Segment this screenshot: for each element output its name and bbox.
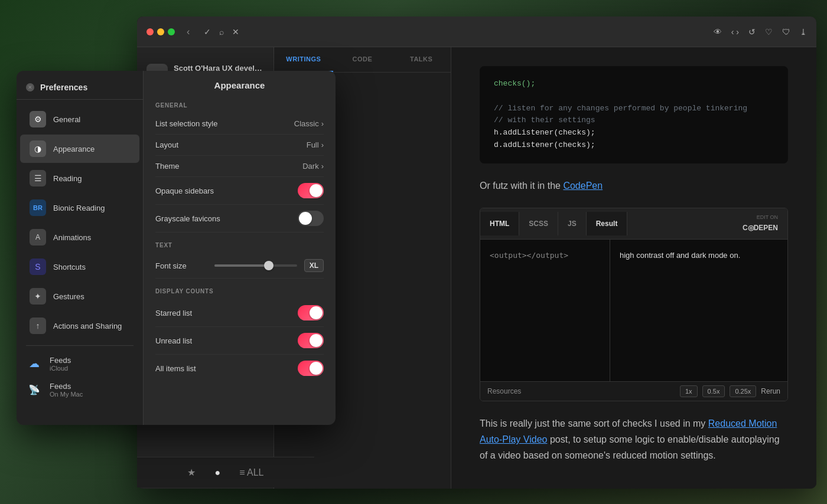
tab-code[interactable]: CODE — [333, 47, 392, 72]
section-text: TEXT — [155, 242, 324, 248]
shield-icon[interactable]: 🛡 — [782, 27, 790, 37]
code-line-2 — [494, 90, 774, 103]
pref-nav-appearance[interactable]: ◑ Appearance — [20, 135, 139, 163]
row-layout: Layout Full › — [155, 135, 324, 156]
theme-value[interactable]: Dark › — [302, 162, 324, 171]
row-starred-list: Starred list — [155, 299, 324, 327]
general-icon: ⚙ — [30, 111, 46, 127]
article-area[interactable]: checks(); // listen for any changes perf… — [451, 47, 816, 489]
gestures-icon: ✦ — [30, 288, 46, 305]
pref-feed-icloud[interactable]: ☁ Feeds iCloud — [17, 351, 143, 377]
codepen-result-tab[interactable]: Result — [587, 212, 628, 235]
preferences-close-button[interactable]: ✕ — [26, 83, 34, 91]
checkmark-icon[interactable]: ✓ — [204, 27, 211, 37]
tab-talks[interactable]: TALKS — [392, 47, 451, 72]
slider-thumb[interactable] — [264, 261, 274, 270]
codepen-body: <output></output> high contrast off and … — [480, 240, 787, 381]
unread-list-toggle[interactable] — [298, 333, 324, 348]
pref-nav-reading[interactable]: ☰ Reading — [20, 164, 139, 192]
close-button[interactable] — [146, 28, 154, 35]
refresh-icon[interactable]: ↺ — [748, 27, 756, 37]
slider-fill — [214, 264, 268, 267]
all-label[interactable]: ≡ ALL — [239, 467, 263, 478]
codepen-tab-js[interactable]: JS — [558, 212, 587, 235]
preferences-title: Preferences — [40, 83, 87, 92]
starred-list-toggle[interactable] — [298, 305, 324, 320]
layout-value[interactable]: Full › — [307, 140, 324, 149]
traffic-lights — [146, 28, 175, 35]
scale-05x[interactable]: 0.5x — [702, 385, 725, 397]
article-text-2: This is really just the same sort of che… — [480, 415, 788, 464]
pref-feed-mac[interactable]: 📡 Feeds On My Mac — [17, 377, 143, 402]
star-icon[interactable]: ★ — [187, 467, 196, 478]
resources-label[interactable]: Resources — [487, 385, 521, 397]
grayscale-toggle[interactable] — [298, 211, 324, 226]
browser-actions: ✓ ⌕ ✕ — [204, 27, 239, 37]
code-line-5: h.addListener(checks); — [494, 127, 774, 139]
feed-icloud-sub: iCloud — [50, 365, 71, 372]
list-selection-label: List selection style — [155, 119, 294, 128]
rerun-button[interactable]: Rerun — [761, 385, 780, 397]
scale-025x[interactable]: 0.25x — [730, 385, 756, 397]
codepen-tab-scss[interactable]: SCSS — [519, 212, 558, 235]
all-items-toggle[interactable] — [298, 361, 324, 376]
eye-icon[interactable]: 👁 — [714, 27, 722, 37]
pocket-icon[interactable]: ♡ — [765, 27, 773, 37]
codepen-editor: <output></output> — [480, 240, 610, 381]
code-block: checks(); // listen for any changes perf… — [480, 66, 788, 163]
minimize-button[interactable] — [157, 28, 164, 35]
starred-list-label: Starred list — [155, 309, 298, 318]
toggle-thumb — [310, 184, 323, 197]
pref-nav-bionic[interactable]: BR Bionic Reading — [20, 194, 139, 222]
tab-writings[interactable]: WRITINGS — [274, 47, 333, 72]
font-size-slider[interactable] — [214, 264, 297, 267]
section-display-counts: DISPLAY COUNTS — [155, 288, 324, 294]
list-selection-value[interactable]: Classic › — [294, 119, 324, 128]
dot-icon[interactable]: ● — [214, 467, 220, 478]
font-size-slider-container: XL — [214, 259, 324, 272]
tab-nav: WRITINGS CODE TALKS — [274, 47, 451, 73]
feed-icloud-name: Feeds — [50, 356, 71, 365]
back-icon[interactable]: ‹ — [187, 27, 190, 37]
pref-nav-shortcuts[interactable]: S Shortcuts — [20, 253, 139, 281]
search-icon[interactable]: ⌕ — [219, 27, 224, 37]
code-line-4: // with their settings — [494, 114, 774, 127]
pref-nav-reading-label: Reading — [53, 174, 82, 183]
pref-nav-gestures[interactable]: ✦ Gestures — [20, 282, 139, 310]
pref-nav-general-label: General — [53, 115, 80, 124]
opaque-sidebars-label: Opaque sidebars — [155, 186, 298, 195]
animations-icon: A — [30, 229, 46, 246]
codepen-link[interactable]: CodePen — [563, 181, 603, 191]
feed-mac-sub: On My Mac — [50, 391, 83, 398]
opaque-sidebars-toggle[interactable] — [298, 183, 324, 198]
pref-nav-animations[interactable]: A Animations — [20, 223, 139, 251]
pref-nav-actions[interactable]: ↑ Actions and Sharing — [20, 312, 139, 340]
preferences-panel: ✕ Preferences ⚙ General ◑ Appearance ☰ R… — [17, 71, 336, 425]
actions-icon: ↑ — [30, 318, 46, 334]
row-all-items: All items list — [155, 355, 324, 382]
close-icon[interactable]: ✕ — [232, 27, 239, 37]
section-general: GENERAL — [155, 102, 324, 109]
fullscreen-button[interactable] — [168, 28, 175, 35]
pref-nav-general[interactable]: ⚙ General — [20, 105, 139, 133]
grayscale-label: Grayscale favicons — [155, 214, 298, 223]
all-items-label: All items list — [155, 364, 298, 373]
bottom-bar: ★ ● ≡ ALL — [137, 457, 314, 487]
download-icon[interactable]: ⤓ — [800, 27, 807, 37]
icloud-icon: ☁ — [26, 355, 43, 372]
codepen-logo: EDIT ON C◎DEPEN — [733, 208, 787, 239]
arrow-right-icon[interactable]: › — [736, 27, 739, 37]
code-line-1: checks(); — [494, 78, 774, 90]
chevron-down-icon: › — [321, 140, 324, 149]
back-to-top[interactable]: ↑ Back to top — [480, 478, 788, 489]
article-text-1: Or futz with it in the CodePen — [480, 178, 788, 194]
pref-nav-actions-label: Actions and Sharing — [53, 322, 122, 330]
feed-icloud-info: Feeds iCloud — [50, 356, 71, 372]
nav-arrows: ‹ › — [731, 27, 739, 37]
rss-icon: 📡 — [26, 381, 43, 398]
unread-list-label: Unread list — [155, 336, 298, 345]
codepen-tab-html[interactable]: HTML — [480, 212, 519, 235]
scale-1x[interactable]: 1x — [680, 385, 698, 397]
preferences-nav: ✕ Preferences ⚙ General ◑ Appearance ☰ R… — [17, 71, 144, 425]
arrow-left-icon[interactable]: ‹ — [731, 27, 734, 37]
